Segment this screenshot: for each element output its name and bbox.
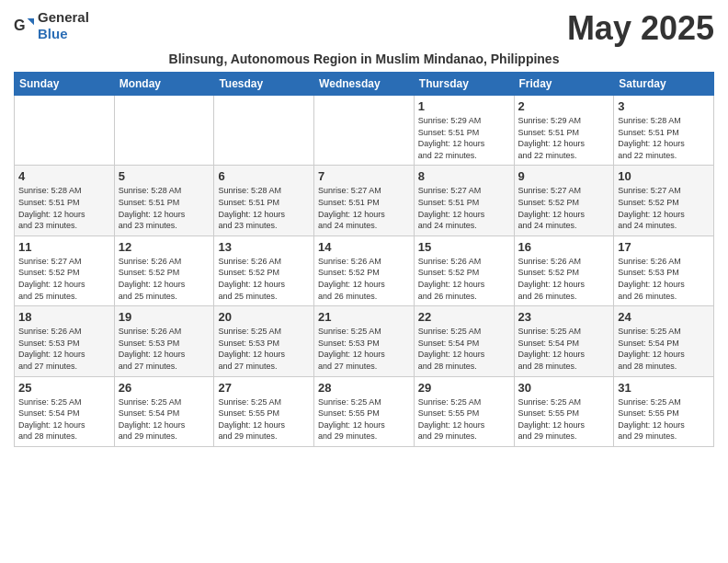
day-cell: 9Sunrise: 5:27 AM Sunset: 5:52 PM Daylig… [514, 166, 614, 236]
subtitle: Blinsung, Autonomous Region in Muslim Mi… [14, 52, 714, 66]
day-info: Sunrise: 5:25 AM Sunset: 5:53 PM Dayligh… [318, 326, 410, 372]
day-number: 14 [318, 240, 410, 254]
day-number: 21 [318, 310, 410, 324]
day-cell: 1Sunrise: 5:29 AM Sunset: 5:51 PM Daylig… [414, 96, 514, 166]
day-info: Sunrise: 5:26 AM Sunset: 5:52 PM Dayligh… [218, 256, 310, 302]
svg-marker-1 [28, 18, 34, 25]
calendar-header: SundayMondayTuesdayWednesdayThursdayFrid… [15, 73, 714, 96]
day-cell: 21Sunrise: 5:25 AM Sunset: 5:53 PM Dayli… [314, 306, 415, 376]
col-header-monday: Monday [114, 73, 214, 96]
day-info: Sunrise: 5:26 AM Sunset: 5:53 PM Dayligh… [119, 326, 210, 372]
day-cell: 11Sunrise: 5:27 AM Sunset: 5:52 PM Dayli… [15, 236, 115, 305]
day-info: Sunrise: 5:27 AM Sunset: 5:52 PM Dayligh… [618, 185, 710, 231]
day-info: Sunrise: 5:26 AM Sunset: 5:52 PM Dayligh… [119, 256, 210, 302]
day-number: 29 [418, 381, 510, 395]
day-cell: 5Sunrise: 5:28 AM Sunset: 5:51 PM Daylig… [114, 166, 214, 236]
day-number: 6 [218, 169, 310, 183]
day-cell: 25Sunrise: 5:25 AM Sunset: 5:54 PM Dayli… [15, 376, 115, 446]
day-number: 3 [618, 99, 710, 113]
week-row-2: 4Sunrise: 5:28 AM Sunset: 5:51 PM Daylig… [15, 166, 714, 236]
day-number: 4 [18, 169, 110, 183]
day-cell: 23Sunrise: 5:25 AM Sunset: 5:54 PM Dayli… [514, 306, 614, 376]
day-cell: 18Sunrise: 5:26 AM Sunset: 5:53 PM Dayli… [15, 306, 115, 376]
day-cell: 20Sunrise: 5:25 AM Sunset: 5:53 PM Dayli… [214, 306, 314, 376]
day-info: Sunrise: 5:28 AM Sunset: 5:51 PM Dayligh… [18, 185, 110, 231]
day-number: 19 [119, 310, 210, 324]
day-info: Sunrise: 5:25 AM Sunset: 5:55 PM Dayligh… [618, 396, 710, 442]
day-number: 13 [218, 240, 310, 254]
day-number: 2 [518, 99, 610, 113]
day-number: 31 [618, 381, 710, 395]
day-cell [214, 96, 314, 166]
day-info: Sunrise: 5:26 AM Sunset: 5:53 PM Dayligh… [18, 326, 110, 372]
logo-icon: G [14, 16, 34, 36]
col-header-sunday: Sunday [15, 73, 115, 96]
day-info: Sunrise: 5:27 AM Sunset: 5:52 PM Dayligh… [518, 185, 610, 231]
day-cell: 7Sunrise: 5:27 AM Sunset: 5:51 PM Daylig… [314, 166, 415, 236]
day-number: 28 [318, 381, 410, 395]
week-row-1: 1Sunrise: 5:29 AM Sunset: 5:51 PM Daylig… [15, 96, 714, 166]
day-info: Sunrise: 5:26 AM Sunset: 5:52 PM Dayligh… [318, 256, 410, 302]
month-title: May 2025 [567, 9, 714, 48]
day-info: Sunrise: 5:26 AM Sunset: 5:52 PM Dayligh… [518, 256, 610, 302]
day-cell: 4Sunrise: 5:28 AM Sunset: 5:51 PM Daylig… [15, 166, 115, 236]
day-info: Sunrise: 5:26 AM Sunset: 5:52 PM Dayligh… [418, 256, 510, 302]
day-cell: 14Sunrise: 5:26 AM Sunset: 5:52 PM Dayli… [314, 236, 415, 305]
logo-general: General [38, 9, 89, 25]
day-number: 22 [418, 310, 510, 324]
day-number: 17 [618, 240, 710, 254]
day-cell: 26Sunrise: 5:25 AM Sunset: 5:54 PM Dayli… [114, 376, 214, 446]
logo-text: General Blue [38, 9, 89, 42]
day-number: 15 [418, 240, 510, 254]
day-number: 8 [418, 169, 510, 183]
week-row-5: 25Sunrise: 5:25 AM Sunset: 5:54 PM Dayli… [15, 376, 714, 446]
day-cell: 29Sunrise: 5:25 AM Sunset: 5:55 PM Dayli… [414, 376, 514, 446]
day-info: Sunrise: 5:25 AM Sunset: 5:53 PM Dayligh… [218, 326, 310, 372]
day-cell: 27Sunrise: 5:25 AM Sunset: 5:55 PM Dayli… [214, 376, 314, 446]
svg-text:G: G [14, 17, 26, 33]
day-number: 26 [119, 381, 210, 395]
day-cell: 30Sunrise: 5:25 AM Sunset: 5:55 PM Dayli… [514, 376, 614, 446]
day-number: 30 [518, 381, 610, 395]
day-info: Sunrise: 5:27 AM Sunset: 5:52 PM Dayligh… [18, 256, 110, 302]
day-cell [314, 96, 415, 166]
day-cell: 6Sunrise: 5:28 AM Sunset: 5:51 PM Daylig… [214, 166, 314, 236]
col-header-wednesday: Wednesday [314, 73, 415, 96]
col-header-friday: Friday [514, 73, 614, 96]
header-row: SundayMondayTuesdayWednesdayThursdayFrid… [15, 73, 714, 96]
day-info: Sunrise: 5:25 AM Sunset: 5:55 PM Dayligh… [218, 396, 310, 442]
day-cell [114, 96, 214, 166]
day-cell: 10Sunrise: 5:27 AM Sunset: 5:52 PM Dayli… [614, 166, 714, 236]
col-header-saturday: Saturday [614, 73, 714, 96]
day-number: 9 [518, 169, 610, 183]
day-number: 12 [119, 240, 210, 254]
day-info: Sunrise: 5:28 AM Sunset: 5:51 PM Dayligh… [218, 185, 310, 231]
day-cell: 28Sunrise: 5:25 AM Sunset: 5:55 PM Dayli… [314, 376, 415, 446]
logo: G General Blue [14, 9, 89, 42]
day-number: 20 [218, 310, 310, 324]
calendar-table: SundayMondayTuesdayWednesdayThursdayFrid… [14, 72, 714, 447]
day-cell: 13Sunrise: 5:26 AM Sunset: 5:52 PM Dayli… [214, 236, 314, 305]
day-info: Sunrise: 5:25 AM Sunset: 5:54 PM Dayligh… [18, 396, 110, 442]
day-info: Sunrise: 5:26 AM Sunset: 5:53 PM Dayligh… [618, 256, 710, 302]
day-cell: 31Sunrise: 5:25 AM Sunset: 5:55 PM Dayli… [614, 376, 714, 446]
day-cell: 22Sunrise: 5:25 AM Sunset: 5:54 PM Dayli… [414, 306, 514, 376]
day-info: Sunrise: 5:28 AM Sunset: 5:51 PM Dayligh… [119, 185, 210, 231]
day-cell: 2Sunrise: 5:29 AM Sunset: 5:51 PM Daylig… [514, 96, 614, 166]
day-cell: 3Sunrise: 5:28 AM Sunset: 5:51 PM Daylig… [614, 96, 714, 166]
day-number: 27 [218, 381, 310, 395]
day-info: Sunrise: 5:27 AM Sunset: 5:51 PM Dayligh… [318, 185, 410, 231]
header: G General Blue May 2025 [14, 9, 714, 48]
day-cell: 15Sunrise: 5:26 AM Sunset: 5:52 PM Dayli… [414, 236, 514, 305]
day-number: 5 [119, 169, 210, 183]
day-cell: 24Sunrise: 5:25 AM Sunset: 5:54 PM Dayli… [614, 306, 714, 376]
day-number: 7 [318, 169, 410, 183]
day-cell: 12Sunrise: 5:26 AM Sunset: 5:52 PM Dayli… [114, 236, 214, 305]
day-number: 16 [518, 240, 610, 254]
day-number: 24 [618, 310, 710, 324]
day-number: 11 [18, 240, 110, 254]
day-number: 23 [518, 310, 610, 324]
day-cell [15, 96, 115, 166]
day-number: 1 [418, 99, 510, 113]
day-info: Sunrise: 5:29 AM Sunset: 5:51 PM Dayligh… [418, 115, 510, 161]
